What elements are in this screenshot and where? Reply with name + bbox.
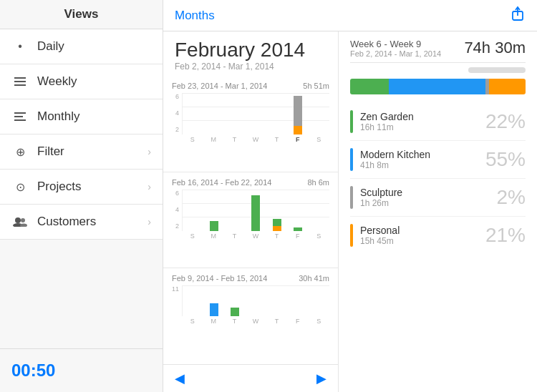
svg-rect-4 (14, 116, 23, 117)
sidebar-item-label-weekly: Weekly (37, 74, 151, 89)
share-icon[interactable] (510, 6, 526, 25)
project-name-zen: Zen Garden (360, 111, 485, 122)
project-color-sculpture (350, 186, 353, 209)
sidebar-item-label-filter: Filter (37, 144, 147, 159)
project-name-kitchen: Modern Kitchen (360, 149, 485, 160)
stats-panel: Week 6 - Week 9 Feb 2, 2014 - Mar 1, 201… (339, 31, 537, 392)
stats-header: Week 6 - Week 9 Feb 2, 2014 - Mar 1, 201… (350, 39, 526, 58)
progress-bar (350, 79, 526, 94)
period-title: February 2014 (175, 39, 326, 62)
sidebar-item-daily[interactable]: • Daily (0, 29, 163, 64)
sidebar-item-monthly[interactable]: Monthly (0, 99, 163, 134)
week-chart-1: Feb 23, 2014 - Mar 1, 2014 5h 51m 6 4 2 (163, 76, 338, 172)
sidebar-title: Views (64, 7, 99, 21)
svg-rect-0 (14, 77, 26, 79)
sidebar-item-label-projects: Projects (37, 180, 147, 194)
main-content: Months February 2014 Feb 2, 2014 - Mar 1… (163, 0, 537, 392)
stats-total: 74h 30m (464, 39, 526, 57)
project-list: Zen Garden 16h 11m 22% Modern Kitchen 41… (350, 103, 526, 254)
project-time-sculpture: 1h 26m (360, 198, 497, 208)
svg-point-7 (21, 218, 25, 222)
clock-value: 00:50 (11, 361, 55, 380)
list-item: Sculpture 1h 26m 2% (350, 179, 526, 217)
projects-chevron-icon: › (147, 181, 151, 192)
stats-divider (350, 62, 526, 63)
svg-rect-5 (14, 119, 26, 121)
chart-nav: ◀ ▶ (163, 364, 338, 392)
monthly-icon (11, 112, 29, 121)
week3-total: 30h 41m (299, 274, 329, 283)
sidebar-item-label-customers: Customers (37, 215, 147, 229)
sidebar-item-label-daily: Daily (37, 39, 151, 54)
weekly-icon (11, 77, 29, 86)
project-info-personal: Personal 15h 45m (360, 225, 485, 246)
stats-period-info: Week 6 - Week 9 Feb 2, 2014 - Mar 1, 201… (350, 39, 441, 58)
project-pct-kitchen: 55% (485, 148, 526, 171)
week1-date: Feb 23, 2014 - Mar 1, 2014 (172, 82, 267, 90)
sidebar-item-filter[interactable]: ⊕ Filter › (0, 134, 163, 170)
next-arrow[interactable]: ▶ (316, 371, 326, 386)
sidebar-item-label-monthly: Monthly (37, 109, 151, 124)
tab-months[interactable]: Months (175, 9, 215, 23)
list-item: Zen Garden 16h 11m 22% (350, 103, 526, 141)
project-time-zen: 16h 11m (360, 122, 485, 132)
sidebar-item-weekly[interactable]: Weekly (0, 64, 163, 99)
period-subtitle: Feb 2, 2014 - Mar 1, 2014 (175, 62, 326, 72)
customers-chevron-icon: › (147, 216, 151, 227)
project-time-personal: 15h 45m (360, 236, 485, 246)
stats-week-range: Week 6 - Week 9 (350, 39, 441, 49)
svg-rect-3 (14, 112, 26, 114)
project-pct-personal: 21% (485, 224, 526, 247)
svg-point-6 (15, 217, 21, 223)
svg-rect-1 (14, 81, 26, 82)
sidebar-item-projects[interactable]: ⊙ Projects › (0, 170, 163, 205)
list-item: Personal 15h 45m 21% (350, 217, 526, 254)
week-chart-3: Feb 9, 2014 - Feb 15, 2014 30h 41m 11 (163, 268, 338, 364)
sidebar: Views • Daily Weekly Monthly ⊕ Filter › … (0, 0, 163, 392)
projects-icon: ⊙ (11, 180, 29, 194)
filter-chevron-icon: › (147, 146, 151, 157)
project-name-sculpture: Sculpture (360, 187, 497, 198)
sidebar-item-customers[interactable]: Customers › (0, 205, 163, 240)
project-name-personal: Personal (360, 225, 485, 236)
project-info-sculpture: Sculpture 1h 26m (360, 187, 497, 208)
filter-icon: ⊕ (11, 145, 29, 159)
project-pct-sculpture: 2% (497, 186, 526, 209)
list-item: Modern Kitchen 41h 8m 55% (350, 141, 526, 179)
week3-date: Feb 9, 2014 - Feb 15, 2014 (172, 274, 267, 283)
content-area: February 2014 Feb 2, 2014 - Mar 1, 2014 … (163, 31, 537, 392)
prev-arrow[interactable]: ◀ (175, 371, 185, 386)
week2-header: Feb 16, 2014 - Feb 22, 2014 8h 6m (172, 178, 329, 187)
week2-total: 8h 6m (307, 178, 329, 187)
progress-zen-garden (350, 79, 389, 94)
main-header: Months (163, 0, 537, 31)
project-time-kitchen: 41h 8m (360, 160, 485, 170)
project-color-kitchen (350, 148, 353, 171)
week1-total: 5h 51m (303, 82, 329, 90)
week3-header: Feb 9, 2014 - Feb 15, 2014 30h 41m (172, 274, 329, 283)
project-info-zen: Zen Garden 16h 11m (360, 111, 485, 132)
week1-header: Feb 23, 2014 - Mar 1, 2014 5h 51m (172, 82, 329, 90)
project-color-zen (350, 110, 353, 133)
svg-rect-2 (14, 84, 26, 86)
sidebar-header: Views (0, 0, 163, 29)
project-color-personal (350, 224, 353, 247)
project-pct-zen: 22% (485, 110, 526, 133)
sidebar-spacer (0, 240, 163, 348)
stats-date-range: Feb 2, 2014 - Mar 1, 2014 (350, 49, 441, 58)
project-info-kitchen: Modern Kitchen 41h 8m (360, 149, 485, 170)
chart-header: February 2014 Feb 2, 2014 - Mar 1, 2014 (163, 31, 338, 76)
stats-bar-placeholder (468, 67, 526, 73)
progress-personal (489, 79, 526, 94)
chart-panel: February 2014 Feb 2, 2014 - Mar 1, 2014 … (163, 31, 339, 392)
week-chart-2: Feb 16, 2014 - Feb 22, 2014 8h 6m 6 4 2 (163, 172, 338, 269)
clock-display: 00:50 (0, 348, 163, 392)
daily-icon: • (11, 40, 29, 53)
progress-modern-kitchen (389, 79, 485, 94)
customers-icon (11, 217, 29, 227)
week2-date: Feb 16, 2014 - Feb 22, 2014 (172, 178, 271, 187)
